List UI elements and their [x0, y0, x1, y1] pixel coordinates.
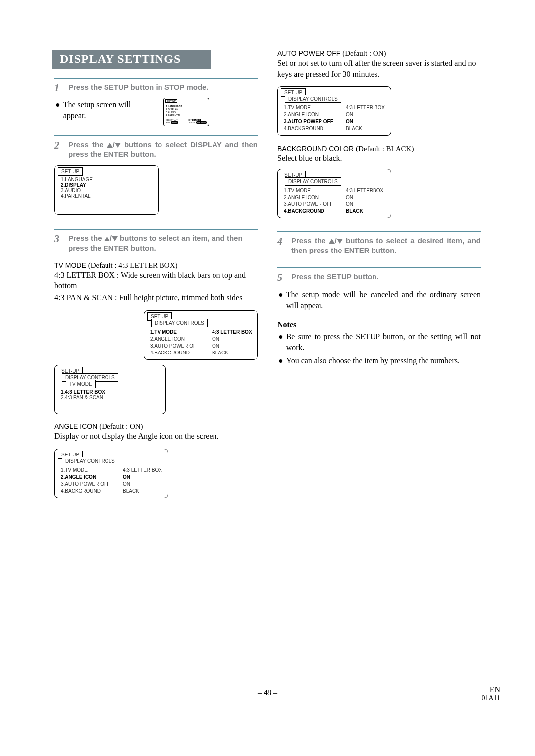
osd-item: 1.TV MODE — [61, 467, 118, 474]
osd-sub-tab: DISPLAY CONTROLS — [62, 457, 118, 465]
footer-code: 01A11 — [482, 694, 500, 702]
osd-item: 2.ANGLE ICON — [284, 194, 341, 201]
step-4: 4 Press the / buttons to select a desire… — [277, 233, 481, 259]
step-1: 1 Press the SETUP button in STOP mode. — [54, 80, 258, 98]
step-5: 5 Press the SETUP button. — [277, 269, 481, 287]
right-column: AUTO POWER OFF (Default : ON) Set or not… — [277, 50, 481, 498]
osd-display-bg: SET-UP DISPLAY CONTROLS 1.TV MODE4:3 LET… — [277, 169, 391, 218]
autopower-heading: AUTO POWER OFF (Default : ON) — [277, 50, 481, 58]
osd-item: 4.BACKGROUND — [61, 488, 118, 495]
step-1-bullet: ● The setup screen will appear. — [54, 100, 154, 122]
osd-item: 4.PARENTAL — [166, 114, 207, 117]
osd-item: 1.TV MODE — [284, 187, 341, 194]
bg-heading: BACKGROUND COLOR (Default : BLACK) — [277, 145, 481, 153]
osd-title: SET-UP — [165, 99, 177, 103]
osd-sub-tab: DISPLAY CONTROLS — [285, 95, 341, 103]
osd-tvmode-submenu: SET-UP DISPLAY CONTROLS TV MODE 1.4:3 LE… — [54, 365, 166, 414]
step-number: 2 — [54, 139, 62, 152]
osd-item-selected: 2.ANGLE ICON — [61, 474, 118, 481]
step-number: 3 — [54, 232, 62, 246]
note-text: You can also choose the item by pressing… — [286, 355, 460, 366]
osd-sub-tab: DISPLAY CONTROLS — [285, 177, 341, 186]
bullet-dot-icon: ● — [278, 355, 283, 366]
osd-item-selected: 2.DISPLAY — [61, 182, 153, 188]
osd-item: 4.BACKGROUND — [284, 125, 341, 132]
osd-item-selected: 1.4:3 LETTER BOX — [61, 389, 160, 395]
osd-setup-tiny: SET-UP 1.LANGUAGE 2.DISPLAY 3.AUDIO 4.PA… — [163, 98, 209, 126]
tvmode-desc: 4:3 LETTER BOX : Wide screen with black … — [54, 270, 258, 291]
osd-item: 2.4:3 PAN & SCAN — [61, 395, 160, 400]
separator — [54, 78, 258, 79]
step-number: 1 — [54, 81, 62, 95]
bg-desc: Select blue or black. — [277, 153, 481, 164]
osd-display-autopower: SET-UP DISPLAY CONTROLS 1.TV MODE4:3 LET… — [277, 86, 391, 136]
osd-item-selected: 1.TV MODE — [150, 329, 207, 336]
tvmode-heading: TV MODE (Default : 4:3 LETTER BOX) — [54, 261, 258, 270]
osd-item: 1.LANGUAGE — [61, 177, 153, 182]
arrow-up-icon — [107, 143, 113, 148]
step-text: Press the / buttons to select DISPLAY an… — [68, 139, 258, 160]
footer-lang: EN — [482, 685, 500, 694]
separator — [54, 135, 258, 136]
step-number: 5 — [277, 271, 285, 284]
osd-display-angle: SET-UP DISPLAY CONTROLS 1.TV MODE4:3 LET… — [54, 449, 168, 498]
osd-item-selected: 3.AUTO POWER OFF — [284, 118, 341, 125]
note-item: ● Be sure to press the SETUP button, or … — [277, 331, 481, 353]
osd-item: 2.ANGLE ICON — [284, 111, 341, 118]
step-number: 4 — [277, 235, 285, 248]
osd-sub-tab2: TV MODE — [66, 380, 96, 388]
arrow-down-icon — [337, 239, 343, 244]
bullet-text: The setup screen will appear. — [63, 100, 154, 122]
osd-item: 3.AUTO POWER OFF — [61, 481, 118, 488]
page-number: – 48 – — [54, 688, 481, 697]
step-text: Press the / buttons to select an item, a… — [68, 232, 258, 253]
autopower-desc: Set or not set to turn off after the scr… — [277, 58, 481, 79]
angle-heading: ANGLE ICON (Default : ON) — [54, 422, 258, 431]
separator — [277, 267, 481, 268]
osd-item-selected: 4.BACKGROUND — [284, 208, 341, 215]
notes-heading: Notes — [277, 320, 481, 329]
tvmode-desc: 4:3 PAN & SCAN : Full height picture, tr… — [54, 292, 258, 303]
step-5-bullet: ● The setup mode will be canceled and th… — [277, 289, 481, 311]
osd-item: 1.TV MODE — [284, 104, 341, 111]
step-text: Press the / buttons to select a desired … — [291, 235, 481, 256]
bullet-text: The setup mode will be canceled and the … — [286, 289, 481, 311]
osd-item: 3.AUTO POWER OFF — [150, 343, 207, 350]
step-3: 3 Press the / buttons to select an item,… — [54, 231, 258, 256]
bullet-dot-icon: ● — [278, 289, 283, 311]
arrow-up-icon — [104, 236, 110, 241]
note-text: Be sure to press the SETUP button, or th… — [286, 331, 481, 353]
osd-tab: SET-UP — [58, 167, 83, 176]
osd-item: 2.ANGLE ICON — [150, 336, 207, 343]
step-2: 2 Press the / buttons to select DISPLAY … — [54, 137, 258, 163]
osd-sub-tab: DISPLAY CONTROLS — [151, 319, 208, 327]
arrow-down-icon — [115, 143, 121, 148]
osd-item: 3.AUDIO — [61, 188, 153, 193]
step-text: Press the SETUP button in STOP mode. — [68, 81, 209, 92]
bullet-dot-icon: ● — [55, 100, 60, 122]
arrow-down-icon — [112, 236, 118, 241]
separator — [277, 231, 481, 232]
osd-item: 4.PARENTAL — [61, 193, 153, 199]
page-footer: – 48 – EN 01A11 — [54, 688, 481, 697]
note-item: ● You can also choose the item by pressi… — [277, 355, 481, 366]
bullet-dot-icon: ● — [278, 331, 283, 353]
osd-item: 4.BACKGROUND — [150, 350, 207, 356]
osd-display-controls: SET-UP DISPLAY CONTROLS 1.TV MODE4:3 LET… — [144, 310, 258, 360]
separator — [54, 229, 258, 230]
osd-item: 3.AUTO POWER OFF — [284, 201, 341, 208]
step-text: Press the SETUP button. — [291, 271, 378, 282]
arrow-up-icon — [329, 239, 335, 244]
osd-setup-menu: SET-UP 1.LANGUAGE 2.DISPLAY 3.AUDIO 4.PA… — [54, 165, 159, 215]
angle-desc: Display or not display the Angle icon on… — [54, 431, 258, 442]
section-heading: DISPLAY SETTINGS — [52, 50, 211, 69]
left-column: DISPLAY SETTINGS 1 Press the SETUP butto… — [54, 50, 258, 498]
